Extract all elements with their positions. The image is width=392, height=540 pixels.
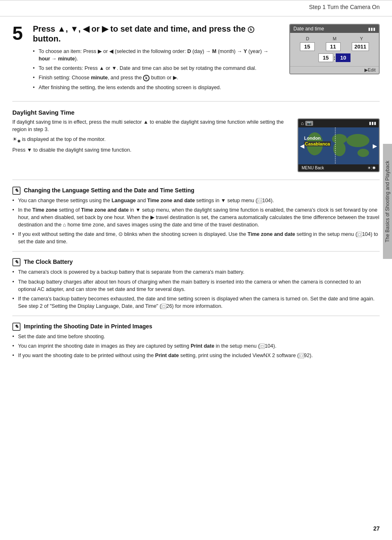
- map-back: MENU Back: [302, 166, 324, 170]
- dst-section: If daylight saving time is in effect, pr…: [12, 118, 380, 172]
- note-lang-bullet-3: If you exit without setting the date and…: [12, 231, 380, 245]
- bullet-1: To choose an item: Press ▶ or ◀ (selecte…: [33, 48, 281, 62]
- clock-bullet-2: The backup battery charges after about t…: [12, 278, 380, 293]
- step-text-main: Press ▲, ▼, ◀ or ▶ to set date and time,…: [33, 24, 281, 94]
- page-container: Step 1 Turn the Camera On 5 Press ▲, ▼, …: [0, 0, 392, 540]
- date-month: 11: [326, 42, 341, 51]
- note-language-bullets: You can change these settings using the …: [12, 197, 380, 246]
- note-icon-3: ✎: [12, 323, 21, 331]
- step-number: 5: [12, 24, 27, 43]
- page-number: 27: [373, 525, 380, 532]
- top-header: Step 1 Turn the Camera On: [0, 0, 392, 13]
- home-icon: ⌂: [301, 120, 304, 126]
- bullet-4: After finishing the setting, the lens ex…: [33, 84, 281, 91]
- map-ui-area: ⌂ 📷 ▮▮▮: [297, 118, 380, 172]
- ok-button-icon: k: [248, 26, 254, 33]
- clock-bullet-3: If the camera's backup battery becomes e…: [12, 295, 380, 310]
- ok-icon-bullet3: k: [143, 75, 150, 81]
- imprint-bullet-1: Set the date and time before shooting.: [12, 333, 380, 340]
- time-row: 15 : 10: [294, 53, 375, 62]
- dst-text: If daylight saving time is in effect, pr…: [12, 118, 289, 156]
- step-title: Press ▲, ▼, ◀ or ▶ to set date and time,…: [33, 24, 281, 44]
- svg-point-5: [357, 149, 369, 157]
- sidebar-tab: The Basics of Shooting and Playback: [383, 144, 392, 259]
- bullet-3: Finish setting: Choose minute, and press…: [33, 74, 281, 81]
- map-right-arrow: ▶: [373, 143, 377, 149]
- imprint-bullet-2: You can imprint the shooting date in ima…: [12, 342, 380, 350]
- edit-label: ▶Edit: [364, 67, 376, 73]
- step5-bullets: To choose an item: Press ▶ or ◀ (selecte…: [33, 48, 281, 91]
- note-language-section: ✎ Changing the Language Setting and the …: [12, 183, 380, 248]
- dst-heading: Daylight Saving Time: [12, 109, 380, 116]
- map-left-arrow: ◀: [300, 143, 304, 149]
- imprint-bullet-3: If you want the shooting date to be prin…: [12, 352, 380, 359]
- main-content: 5 Press ▲, ▼, ◀ or ▶ to set date and tim…: [0, 20, 392, 366]
- note-language-heading: ✎ Changing the Language Setting and the …: [12, 187, 380, 195]
- date-time-camera-ui: Date and time ▮▮▮ D M Y 15 11: [289, 24, 380, 74]
- note-imprinting-heading: ✎ Imprinting the Shooting Date in Printe…: [12, 323, 380, 331]
- sidebar-tab-label: The Basics of Shooting and Playback: [385, 161, 390, 242]
- battery-icon: ▮▮▮: [368, 27, 376, 31]
- casablanca-label: Casablanca: [304, 141, 331, 146]
- note-imprinting-bullets: Set the date and time before shooting. Y…: [12, 333, 380, 359]
- note-lang-bullet-1: You can change these settings using the …: [12, 197, 380, 204]
- label-d: D: [306, 36, 309, 41]
- time-minute: 10: [336, 53, 350, 62]
- date-labels: D M Y: [294, 36, 375, 41]
- camera-footer: ▶Edit: [290, 66, 379, 74]
- note-icon-2: ✎: [12, 258, 21, 266]
- label-m: M: [333, 36, 337, 41]
- note-lang-bullet-2: In the Time zone setting of Time zone an…: [12, 206, 380, 228]
- date-year: 2011: [352, 42, 369, 51]
- step-content: Press ▲, ▼, ◀ or ▶ to set date and time,…: [33, 24, 380, 94]
- london-label: London: [304, 136, 321, 141]
- map-body: London Casablanca ◀ ▶: [298, 127, 379, 164]
- bullet-2: To set the contents: Press ▲ or ▼. Date …: [33, 65, 281, 72]
- time-hour: 15: [318, 53, 333, 62]
- dst-camera-icon: 📷: [305, 121, 313, 126]
- date-values: 15 11 2011: [294, 42, 375, 51]
- map-header-icons: ⌂ 📷: [301, 120, 313, 126]
- time-separator: :: [334, 55, 335, 61]
- map-header: ⌂ 📷 ▮▮▮: [298, 119, 379, 127]
- note-clock-battery-section: ✎ The Clock Battery The camera's clock i…: [12, 255, 380, 312]
- dst-body3: Press ▼ to disable the daylight saving t…: [12, 146, 289, 154]
- map-footer: MENU Back ☀:✱: [298, 164, 379, 171]
- label-y: Y: [360, 36, 363, 41]
- note-clock-battery-heading: ✎ The Clock Battery: [12, 258, 380, 266]
- map-dst-icon: ☀:✱: [367, 166, 376, 170]
- map-ui-box: ⌂ 📷 ▮▮▮: [297, 118, 380, 172]
- note-clock-bullets: The camera's clock is powered by a backu…: [12, 268, 380, 310]
- camera-screen: Date and time ▮▮▮ D M Y 15 11: [289, 24, 380, 74]
- map-battery: ▮▮▮: [369, 121, 376, 125]
- svg-point-4: [346, 134, 369, 147]
- note-imprinting-section: ✎ Imprinting the Shooting Date in Printe…: [12, 319, 380, 362]
- clock-bullet-1: The camera's clock is powered by a backu…: [12, 268, 380, 276]
- step-5-header: 5 Press ▲, ▼, ◀ or ▶ to set date and tim…: [12, 24, 380, 94]
- camera-date-grid: D M Y 15 11 2011 15 :: [290, 33, 379, 66]
- date-time-label: Date and time: [293, 26, 324, 32]
- note-icon-1: ✎: [12, 187, 21, 195]
- date-day: 15: [300, 42, 315, 51]
- dst-body1: If daylight saving time is in effect, pr…: [12, 118, 289, 134]
- camera-screen-header: Date and time ▮▮▮: [290, 25, 379, 33]
- dst-body2: ☀✱ is displayed at the top of the monito…: [12, 136, 289, 144]
- header-title: Step 1 Turn the Camera On: [309, 4, 380, 10]
